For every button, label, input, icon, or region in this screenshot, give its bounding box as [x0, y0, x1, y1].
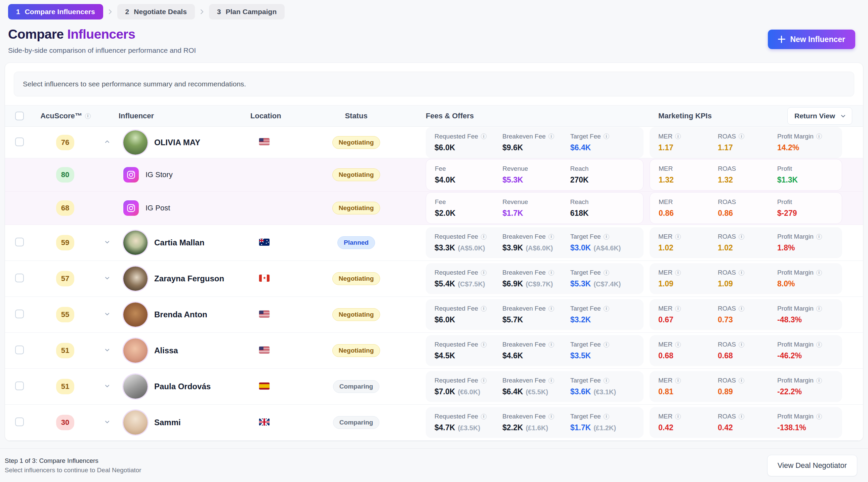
info-icon[interactable]	[816, 133, 822, 139]
stat-label-text: Requested Fee	[434, 233, 478, 240]
info-icon[interactable]	[549, 414, 554, 420]
stat-value: 0.89	[718, 387, 774, 396]
info-icon[interactable]	[739, 234, 744, 240]
info-icon[interactable]	[816, 306, 822, 311]
stat-label: Fee	[435, 198, 499, 206]
fee-stat: Revenue$1.7K	[502, 198, 566, 218]
info-icon[interactable]	[603, 414, 609, 420]
info-icon[interactable]	[739, 306, 744, 311]
stat-value: $5.4K(C$7.5K)	[434, 279, 499, 289]
info-icon[interactable]	[739, 378, 744, 384]
stat-label: Breakeven Fee	[502, 133, 567, 140]
breadcrumb-step-negotiate[interactable]: 2 Negotiate Deals	[117, 4, 195, 20]
location-cell	[250, 383, 301, 391]
info-icon[interactable]	[675, 306, 681, 311]
info-icon[interactable]	[603, 270, 609, 276]
chevron-down-icon[interactable]	[104, 239, 111, 247]
info-icon[interactable]	[816, 414, 822, 420]
chevron-down-icon	[840, 113, 846, 119]
info-icon[interactable]	[549, 270, 554, 276]
chevron-down-icon[interactable]	[104, 419, 111, 426]
info-icon[interactable]	[603, 133, 609, 139]
stat-value-main: $5.3K	[502, 176, 523, 184]
kpis-card: MER0.86ROAS0.86Profit$-279	[650, 192, 842, 224]
row-checkbox[interactable]	[15, 274, 24, 282]
stat-label-text: Target Fee	[570, 269, 601, 276]
info-icon[interactable]	[603, 306, 609, 311]
instagram-icon	[123, 167, 139, 182]
return-view-select[interactable]: Return View	[787, 107, 852, 125]
info-icon[interactable]	[739, 133, 744, 139]
kpis-cell: MER1.17ROAS1.17Profit Margin14.2%	[647, 127, 863, 158]
stat-label: Revenue	[502, 165, 566, 173]
info-icon[interactable]	[549, 378, 554, 384]
info-icon[interactable]	[675, 378, 681, 384]
chevron-down-icon[interactable]	[104, 275, 111, 283]
kpi-stat: MER0.81	[658, 377, 714, 396]
info-icon[interactable]	[481, 342, 487, 348]
info-icon[interactable]	[481, 378, 487, 384]
info-icon[interactable]	[481, 414, 487, 420]
info-icon[interactable]	[816, 378, 822, 384]
row-checkbox[interactable]	[15, 238, 24, 246]
breadcrumb-step-compare[interactable]: 1 Compare Influencers	[8, 4, 103, 20]
view-deal-negotiator-button[interactable]: View Deal Negotiator	[767, 455, 857, 476]
info-icon[interactable]	[481, 270, 487, 276]
kpis-cell: MER1.32ROAS1.32Profit$1.3K	[647, 159, 863, 190]
info-icon[interactable]	[549, 133, 554, 139]
stat-value-main: $7.0K	[434, 387, 455, 396]
info-icon[interactable]	[739, 270, 744, 276]
stat-label: Target Fee	[570, 413, 635, 420]
select-all-checkbox[interactable]	[15, 112, 24, 120]
stat-value-main: $4.0K	[435, 176, 455, 184]
info-icon[interactable]	[675, 342, 681, 348]
info-icon[interactable]	[739, 414, 744, 420]
info-icon[interactable]	[549, 234, 554, 240]
stat-label-text: ROAS	[718, 413, 736, 420]
chevron-up-icon[interactable]	[104, 139, 111, 147]
info-icon[interactable]	[549, 306, 554, 311]
chevron-down-icon[interactable]	[104, 383, 111, 391]
info-icon[interactable]	[816, 270, 822, 276]
info-icon[interactable]	[603, 234, 609, 240]
info-icon[interactable]	[739, 342, 744, 348]
info-icon[interactable]	[816, 234, 822, 240]
row-checkbox[interactable]	[15, 418, 24, 426]
info-icon[interactable]	[603, 342, 609, 348]
stat-label: Breakeven Fee	[502, 233, 567, 240]
info-icon[interactable]	[816, 342, 822, 348]
row-checkbox[interactable]	[15, 138, 24, 146]
row-checkbox[interactable]	[15, 309, 24, 318]
chevron-down-icon[interactable]	[104, 347, 111, 355]
info-icon[interactable]	[675, 414, 681, 420]
info-icon[interactable]	[603, 378, 609, 384]
stat-value: $3.6K(€3.1K)	[570, 387, 635, 396]
acuscore-pill: 57	[56, 271, 74, 287]
ca-flag-icon	[259, 275, 270, 282]
info-icon[interactable]	[481, 133, 487, 139]
stat-value: 0.42	[718, 423, 774, 432]
kpi-stat: ROAS1.02	[718, 233, 774, 252]
chevron-down-icon[interactable]	[104, 310, 111, 319]
stat-label-text: ROAS	[718, 233, 736, 240]
stat-label-text: Requested Fee	[434, 341, 478, 348]
info-icon[interactable]	[549, 342, 554, 348]
info-icon[interactable]	[85, 113, 91, 119]
stat-label-text: MER	[658, 269, 673, 276]
plus-icon	[778, 36, 785, 43]
info-icon[interactable]	[675, 234, 681, 240]
stat-value: $6.4K(€5.5K)	[502, 387, 567, 396]
kpi-stat: Profit Margin-48.3%	[777, 305, 833, 324]
breadcrumb-step-plan[interactable]: 3 Plan Campaign	[209, 4, 285, 20]
stat-value: $4.0K	[435, 176, 499, 184]
info-icon[interactable]	[481, 234, 487, 240]
info-icon[interactable]	[675, 133, 681, 139]
row-checkbox[interactable]	[15, 382, 24, 390]
influencer-cell: Alissa	[119, 338, 250, 363]
info-icon[interactable]	[675, 270, 681, 276]
kpi-stat: ROAS1.32	[718, 165, 774, 184]
info-icon[interactable]	[481, 306, 487, 311]
new-influencer-button[interactable]: New Influencer	[768, 30, 855, 49]
row-checkbox[interactable]	[15, 345, 24, 354]
stat-label: Reach	[570, 165, 634, 173]
